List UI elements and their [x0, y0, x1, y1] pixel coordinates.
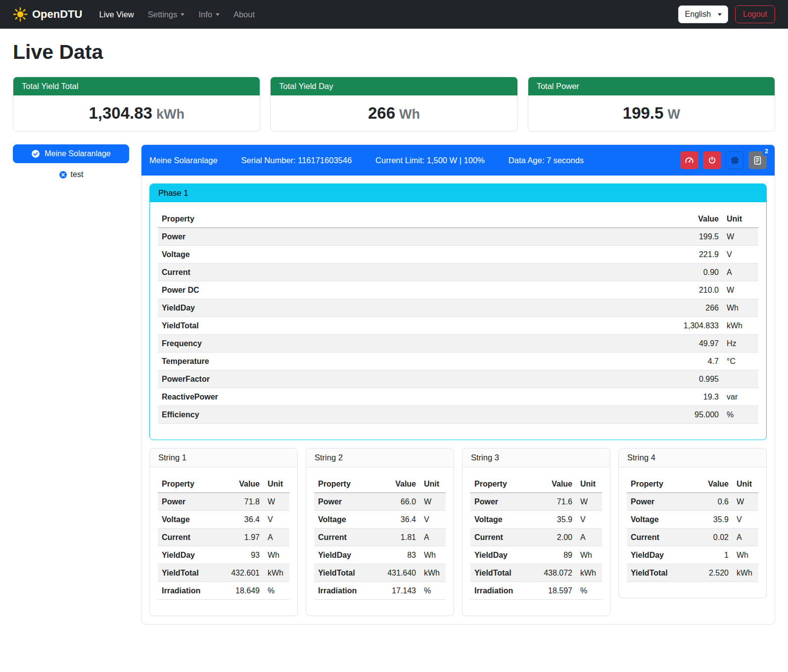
card-body: 266Wh: [271, 95, 517, 131]
chevron-down-icon: [181, 13, 185, 16]
nav-item-live-view[interactable]: Live View: [92, 6, 140, 23]
cpu-icon: [730, 156, 740, 165]
limit-settings-button[interactable]: [680, 151, 698, 169]
card-title: Total Power: [528, 77, 775, 95]
logout-button[interactable]: Logout: [735, 5, 775, 23]
nav-item-settings[interactable]: Settings: [141, 6, 192, 23]
gauge-icon: [685, 156, 694, 165]
nav-item-about[interactable]: About: [227, 6, 262, 23]
string-card-body: Property Value Unit Power71.6W Voltage35…: [463, 467, 610, 616]
table-row: Current1.97A: [158, 529, 289, 546]
table-header-row: Property Value Unit: [158, 475, 289, 493]
inverter-button-active[interactable]: Meine Solaranlage: [13, 144, 129, 163]
table-row: Power71.6W: [470, 493, 602, 511]
device-settings-button[interactable]: [726, 151, 744, 169]
inverter-actions: 2: [680, 151, 767, 169]
string-card-header: String 1: [150, 448, 297, 467]
table-row: YieldTotal438.072kWh: [470, 564, 602, 582]
column-header-unit: Unit: [264, 475, 289, 493]
table-row: PowerFactor0.995: [158, 370, 758, 388]
column-header-value: Value: [496, 210, 723, 228]
nav-item-info[interactable]: Info: [191, 6, 227, 23]
table-row: Voltage221.9V: [158, 246, 758, 264]
summary-cards: Total Yield Total 1,304.83kWh Total Yiel…: [13, 77, 775, 132]
navbar: OpenDTU Live View Settings Info About En…: [0, 0, 788, 29]
inverter-item-label: test: [71, 170, 84, 179]
string-card-4: String 4 Property Value Unit: [618, 448, 767, 598]
power-icon: [707, 156, 717, 165]
column-header-property: Property: [158, 475, 225, 493]
phase-card-header: Phase 1: [150, 184, 766, 202]
phase-card-body: Property Value Unit Power199.5W Voltage2…: [150, 202, 766, 440]
table-row: Power66.0W: [314, 493, 446, 511]
column-header-value: Value: [225, 475, 264, 493]
table-row: Frequency49.97Hz: [158, 335, 758, 353]
string-card-3: String 3 Property Value Unit: [462, 448, 610, 616]
table-row: Power71.8W: [158, 493, 289, 511]
table-row: YieldDay93Wh: [158, 546, 289, 564]
table-row: YieldDay266Wh: [158, 299, 758, 317]
brand-logo[interactable]: OpenDTU: [13, 7, 82, 22]
string-card-body: Property Value Unit Power71.8W Voltage36…: [150, 467, 297, 616]
phase-card: Phase 1 Property Value Unit: [149, 183, 767, 440]
table-header-row: Property Value Unit: [470, 475, 602, 493]
inverter-item-test[interactable]: test: [13, 170, 129, 179]
column-header-property: Property: [158, 210, 496, 228]
table-row: Current2.00A: [470, 529, 602, 546]
string-card-2: String 2 Property Value Unit: [306, 448, 454, 616]
card-body: 1,304.83kWh: [13, 95, 260, 131]
table-row: Voltage35.9V: [470, 511, 602, 529]
card-title: Total Yield Total: [13, 77, 260, 95]
inverter-button-label: Meine Solaranlage: [45, 149, 110, 158]
phase-table: Property Value Unit Power199.5W Voltage2…: [158, 210, 758, 424]
card-body: 199.5W: [528, 95, 775, 131]
chevron-down-icon: [216, 13, 220, 16]
chevron-down-icon: [718, 13, 722, 16]
table-row: YieldTotal2.520kWh: [627, 564, 758, 582]
card-unit: W: [667, 107, 680, 122]
language-select[interactable]: English: [678, 5, 728, 23]
table-row: Power DC210.0W: [158, 281, 758, 299]
table-row: Irradiation17.143%: [314, 582, 446, 600]
table-row: YieldDay1Wh: [627, 546, 758, 564]
table-row: Voltage36.4V: [314, 511, 446, 529]
nav-links: Live View Settings Info About: [92, 6, 262, 23]
column-header-value: Value: [694, 475, 733, 493]
column-header-property: Property: [627, 475, 694, 493]
summary-card-total-power: Total Power 199.5W: [528, 77, 775, 132]
table-row: Current1.81A: [314, 529, 446, 546]
column-header-value: Value: [538, 475, 576, 493]
column-header-property: Property: [470, 475, 538, 493]
journal-icon: [753, 156, 762, 165]
table-row: Power0.6W: [627, 493, 758, 511]
column-header-unit: Unit: [576, 475, 602, 493]
column-header-unit: Unit: [420, 475, 446, 493]
page-container: Live Data Total Yield Total 1,304.83kWh …: [0, 29, 788, 639]
page-title: Live Data: [13, 41, 775, 64]
table-header-row: Property Value Unit: [627, 475, 758, 493]
strings-grid: String 1 Property Value Unit: [149, 448, 767, 616]
string-card-header: String 2: [306, 448, 454, 467]
table-row: YieldDay83Wh: [314, 546, 446, 564]
inverter-card: Meine Solaranlage Serial Number: 1161716…: [141, 144, 775, 625]
string-table: Property Value Unit Power0.6W Voltage35.…: [627, 475, 758, 582]
table-row: Power199.5W: [158, 228, 758, 246]
power-button[interactable]: [703, 151, 721, 169]
table-header-row: Property Value Unit: [314, 475, 446, 493]
table-row: Temperature4.7°C: [158, 353, 758, 370]
event-count-badge: 2: [762, 147, 771, 156]
card-unit: Wh: [399, 107, 420, 122]
string-table: Property Value Unit Power71.6W Voltage35…: [470, 475, 602, 600]
column-header-unit: Unit: [733, 475, 758, 493]
inverter-card-header: Meine Solaranlage Serial Number: 1161716…: [141, 145, 775, 176]
card-title: Total Yield Day: [271, 77, 517, 95]
event-log-button[interactable]: 2: [748, 151, 767, 169]
column-header-unit: Unit: [723, 210, 758, 228]
string-card-header: String 3: [463, 448, 610, 467]
string-card-body: Property Value Unit Power0.6W Voltage35.…: [619, 467, 766, 598]
main-content: Meine Solaranlage test Meine Solaranlage…: [13, 144, 775, 625]
table-row: YieldTotal432.601kWh: [158, 564, 289, 582]
table-row: YieldDay89Wh: [470, 546, 602, 564]
table-row: ReactivePower19.3var: [158, 388, 758, 406]
table-row: Current0.90A: [158, 264, 758, 281]
